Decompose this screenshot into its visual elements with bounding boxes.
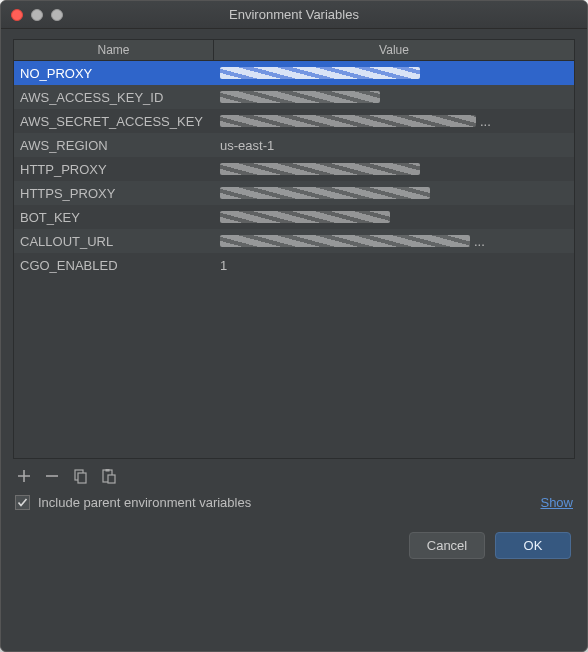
cell-value[interactable]	[214, 67, 574, 79]
table-row[interactable]: NO_PROXY	[14, 61, 574, 85]
cell-value[interactable]: ...	[214, 114, 574, 129]
svg-rect-3	[106, 469, 110, 472]
remove-button[interactable]	[43, 467, 61, 485]
paste-button[interactable]	[99, 467, 117, 485]
table-header: Name Value	[14, 40, 574, 61]
cell-name[interactable]: AWS_ACCESS_KEY_ID	[14, 90, 214, 105]
cell-value[interactable]	[214, 211, 574, 223]
redacted-value	[220, 163, 420, 175]
column-header-name[interactable]: Name	[14, 40, 214, 61]
cell-value[interactable]: 1	[214, 258, 574, 273]
window-title: Environment Variables	[1, 7, 587, 22]
minimize-icon[interactable]	[31, 9, 43, 21]
cell-value[interactable]	[214, 163, 574, 175]
ok-button[interactable]: OK	[495, 532, 571, 559]
cell-name[interactable]: HTTPS_PROXY	[14, 186, 214, 201]
titlebar[interactable]: Environment Variables	[1, 1, 587, 29]
svg-rect-4	[108, 475, 115, 483]
dialog-content: Name Value NO_PROXYAWS_ACCESS_KEY_IDAWS_…	[1, 29, 587, 651]
table-row[interactable]: AWS_SECRET_ACCESS_KEY...	[14, 109, 574, 133]
cell-name[interactable]: CGO_ENABLED	[14, 258, 214, 273]
cell-name[interactable]: AWS_SECRET_ACCESS_KEY	[14, 114, 214, 129]
cell-name[interactable]: NO_PROXY	[14, 66, 214, 81]
cell-name[interactable]: CALLOUT_URL	[14, 234, 214, 249]
include-parent-checkbox[interactable]	[15, 495, 30, 510]
table-empty-area[interactable]	[14, 277, 574, 458]
ellipsis-icon: ...	[474, 234, 485, 249]
table-row[interactable]: CGO_ENABLED1	[14, 253, 574, 277]
cell-name[interactable]: BOT_KEY	[14, 210, 214, 225]
redacted-value	[220, 235, 470, 247]
window-controls	[11, 9, 63, 21]
cell-value[interactable]	[214, 187, 574, 199]
redacted-value	[220, 211, 390, 223]
redacted-value	[220, 115, 476, 127]
env-vars-table: Name Value NO_PROXYAWS_ACCESS_KEY_IDAWS_…	[13, 39, 575, 459]
options-row: Include parent environment variables Sho…	[13, 491, 575, 522]
ellipsis-icon: ...	[480, 114, 491, 129]
copy-button[interactable]	[71, 467, 89, 485]
include-parent-label: Include parent environment variables	[38, 495, 251, 510]
close-icon[interactable]	[11, 9, 23, 21]
redacted-value	[220, 187, 430, 199]
cell-value[interactable]: us-east-1	[214, 138, 574, 153]
table-row[interactable]: BOT_KEY	[14, 205, 574, 229]
add-button[interactable]	[15, 467, 33, 485]
table-row[interactable]: AWS_ACCESS_KEY_ID	[14, 85, 574, 109]
dialog-footer: Cancel OK	[13, 522, 575, 565]
redacted-value	[220, 91, 380, 103]
table-toolbar	[13, 459, 575, 491]
table-row[interactable]: HTTP_PROXY	[14, 157, 574, 181]
cancel-button[interactable]: Cancel	[409, 532, 485, 559]
cell-name[interactable]: AWS_REGION	[14, 138, 214, 153]
svg-rect-1	[78, 473, 86, 483]
cell-name[interactable]: HTTP_PROXY	[14, 162, 214, 177]
zoom-icon[interactable]	[51, 9, 63, 21]
table-row[interactable]: HTTPS_PROXY	[14, 181, 574, 205]
cell-value[interactable]	[214, 91, 574, 103]
show-link[interactable]: Show	[540, 495, 573, 510]
table-body: NO_PROXYAWS_ACCESS_KEY_IDAWS_SECRET_ACCE…	[14, 61, 574, 458]
cell-value[interactable]: ...	[214, 234, 574, 249]
table-row[interactable]: CALLOUT_URL...	[14, 229, 574, 253]
table-row[interactable]: AWS_REGIONus-east-1	[14, 133, 574, 157]
column-header-value[interactable]: Value	[214, 40, 574, 61]
environment-variables-dialog: Environment Variables Name Value NO_PROX…	[0, 0, 588, 652]
redacted-value	[220, 67, 420, 79]
